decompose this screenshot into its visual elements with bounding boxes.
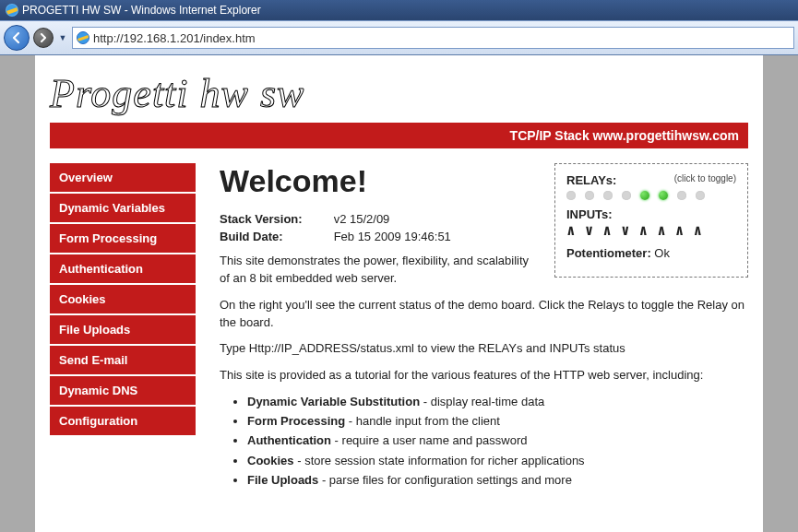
- feature-bold: Cookies: [247, 454, 294, 467]
- feature-bold: Authentication: [247, 433, 331, 447]
- intro-para-3: Type Http://IP_ADDRESS/status.xml to vie…: [220, 340, 748, 358]
- relay-led-4[interactable]: [640, 191, 649, 200]
- relays-hint: (click to toggle): [674, 173, 736, 183]
- input-indicator-4: ∧: [639, 221, 649, 239]
- build-date-value: Feb 15 2009 19:46:51: [334, 230, 451, 243]
- stack-version-label: Stack Version:: [220, 212, 330, 226]
- stack-version-value: v2 15/2/09: [334, 212, 390, 226]
- menu-authentication[interactable]: Authentication: [50, 254, 196, 283]
- relay-led-6[interactable]: [677, 191, 686, 200]
- page-body: Progetti hw sw TCP/IP Stack www.progetti…: [35, 55, 763, 532]
- nav-history-dropdown[interactable]: ▼: [57, 33, 68, 42]
- nav-toolbar: ▼ http://192.168.1.201/index.htm: [0, 20, 798, 55]
- relays-section: RELAYs: (click to toggle): [566, 173, 736, 200]
- relay-led-2[interactable]: [603, 191, 613, 200]
- menu-dynamic-dns[interactable]: Dynamic DNS: [50, 376, 196, 405]
- input-indicator-7: ∧: [693, 221, 702, 239]
- inputs-label: INPUTs:: [566, 207, 736, 221]
- main-layout: Overview Dynamic Variables Form Processi…: [50, 163, 748, 496]
- pot-label: Potentiometer:: [566, 246, 651, 260]
- menu-send-email[interactable]: Send E-mail: [50, 346, 196, 374]
- intro-para-2: On the right you'll see the current stat…: [220, 297, 748, 332]
- arrow-left-icon: [10, 31, 23, 44]
- inputs-section: INPUTs: ∧∨∧∨∧∧∧∧: [566, 207, 736, 239]
- input-indicator-1: ∨: [585, 221, 594, 239]
- header-strip: TCP/IP Stack www.progettihwsw.com: [50, 123, 748, 148]
- page-icon: [77, 31, 89, 44]
- input-indicator-3: ∨: [621, 221, 630, 239]
- url-text: http://192.168.1.201/index.htm: [93, 31, 256, 45]
- menu-configuration[interactable]: Configuration: [50, 407, 196, 435]
- feature-item-4: File Uploads - parse files for configura…: [247, 472, 748, 489]
- feature-item-3: Cookies - store session state informatio…: [247, 453, 748, 469]
- feature-item-2: Authentication - require a user name and…: [247, 432, 748, 449]
- input-indicator-6: ∧: [675, 221, 685, 239]
- sidebar-menu: Overview Dynamic Variables Form Processi…: [50, 163, 196, 437]
- menu-overview[interactable]: Overview: [50, 163, 196, 192]
- input-indicator-5: ∧: [657, 221, 666, 239]
- site-logo: Progetti hw sw: [50, 70, 748, 117]
- arrow-right-icon: [39, 33, 48, 42]
- menu-file-uploads[interactable]: File Uploads: [50, 315, 196, 344]
- back-button[interactable]: [4, 25, 30, 51]
- relay-led-7[interactable]: [696, 191, 705, 200]
- ie-icon: [6, 4, 18, 17]
- relay-led-3[interactable]: [622, 191, 631, 200]
- inputs-row: ∧∨∧∨∧∧∧∧: [566, 221, 736, 239]
- viewport: Progetti hw sw TCP/IP Stack www.progetti…: [0, 55, 798, 532]
- feature-bold: Dynamic Variable Substitution: [247, 395, 420, 408]
- build-date-label: Build Date:: [220, 230, 330, 243]
- relay-led-1[interactable]: [585, 191, 594, 200]
- input-indicator-2: ∧: [602, 221, 612, 239]
- status-panel: RELAYs: (click to toggle) INPUTs: ∧∨∧∨∧∧…: [554, 163, 748, 278]
- content-area: RELAYs: (click to toggle) INPUTs: ∧∨∧∨∧∧…: [220, 163, 748, 496]
- feature-item-0: Dynamic Variable Substitution - display …: [247, 394, 748, 410]
- feature-text: - require a user name and password: [331, 433, 527, 447]
- relay-led-5[interactable]: [659, 191, 668, 200]
- input-indicator-0: ∧: [566, 221, 576, 239]
- relays-leds: [566, 191, 736, 200]
- feature-bold: File Uploads: [247, 473, 318, 487]
- pot-section: Potentiometer: Ok: [566, 246, 736, 260]
- feature-text: - parse files for configuration settings…: [318, 473, 572, 487]
- relays-label: RELAYs:: [566, 173, 616, 187]
- relay-led-0[interactable]: [566, 191, 576, 200]
- feature-text: - handle input from the client: [345, 414, 500, 428]
- browser-window: PROGETTI HW SW - Windows Internet Explor…: [0, 0, 798, 532]
- menu-form-processing[interactable]: Form Processing: [50, 224, 196, 253]
- feature-text: - store session state information for ri…: [294, 454, 585, 467]
- menu-cookies[interactable]: Cookies: [50, 285, 196, 313]
- feature-item-1: Form Processing - handle input from the …: [247, 413, 748, 430]
- window-title: PROGETTI HW SW - Windows Internet Explor…: [22, 4, 261, 17]
- menu-dynamic-variables[interactable]: Dynamic Variables: [50, 194, 196, 222]
- feature-bold: Form Processing: [247, 414, 345, 428]
- pot-value: Ok: [654, 246, 670, 260]
- intro-para-4: This site is provided as a tutorial for …: [220, 367, 748, 384]
- titlebar: PROGETTI HW SW - Windows Internet Explor…: [0, 0, 798, 20]
- feature-list: Dynamic Variable Substitution - display …: [247, 394, 748, 489]
- feature-text: - display real-time data: [420, 395, 544, 408]
- forward-button[interactable]: [33, 28, 54, 48]
- address-bar[interactable]: http://192.168.1.201/index.htm: [72, 27, 794, 49]
